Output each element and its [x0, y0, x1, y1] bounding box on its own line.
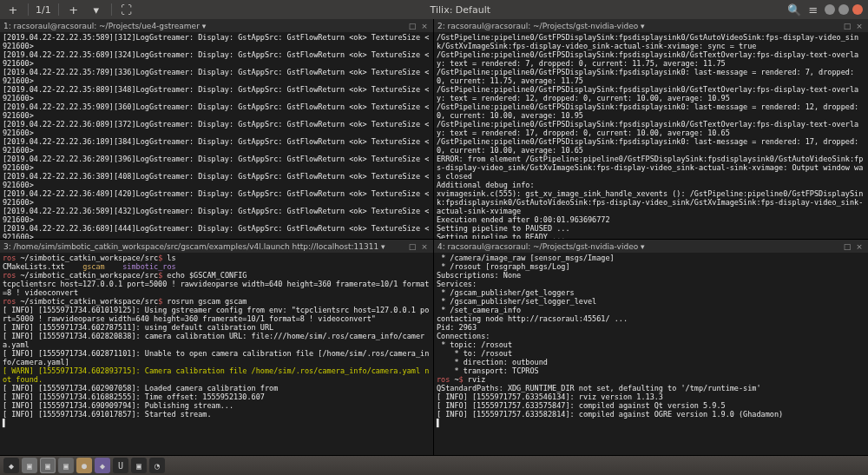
pane-close-icon[interactable]: × — [854, 241, 865, 252]
add-terminal-button[interactable]: + — [66, 2, 82, 17]
dock-terminal-icon[interactable]: ▣ — [40, 458, 56, 473]
terminal-line: [ INFO] [1555971757.633582814]: compiled… — [437, 410, 865, 419]
window-title: Tilix: Default — [135, 4, 786, 16]
terminal-grid: 1: racsoraul@racsoraul: ~/Projects/ue4-g… — [0, 19, 868, 456]
dock-code-icon[interactable]: ◆ — [95, 458, 110, 473]
terminal-line: [ INFO] [1555971734.602907058]: Loaded c… — [3, 384, 431, 393]
pane-maximize-icon[interactable]: □ — [842, 21, 852, 31]
terminal-line: [2019.04.22-22.22.36:589][432]LogGstream… — [3, 207, 431, 224]
terminal-line: CMakeLists.txt gscam simbotic_ros — [3, 262, 431, 271]
terminal-line: [2019.04.22-22.22.35:789][336]LogGstream… — [3, 68, 431, 85]
terminal-line: ros ~/simbotic_catkin_workspace/src$ ls — [3, 254, 431, 262]
session-counter: 1/1 — [36, 4, 51, 16]
terminal-line: [ INFO] [1555971734.690909794]: Publishi… — [3, 401, 431, 410]
fullscreen-icon[interactable]: ⛶ — [119, 2, 135, 17]
pane-3-header[interactable]: 3: /home/sim/simbotic_catkin_workspace/s… — [0, 240, 433, 253]
pane-maximize-icon[interactable]: □ — [407, 241, 418, 252]
terminal-line: * /set_camera_info — [437, 306, 865, 314]
terminal-line: [ INFO] [1555971734.616882555]: Time off… — [3, 393, 431, 401]
pane-2-header[interactable]: 2: racsoraul@racsoraul: ~/Projects/gst-n… — [434, 19, 868, 32]
pane-close-icon[interactable]: × — [419, 21, 430, 31]
terminal-line: ERROR: from element /GstPipeline:pipelin… — [437, 155, 865, 181]
pane-4[interactable]: 4: racsoraul@racsoraul: ~/Projects/gst-n… — [434, 240, 868, 456]
pane-2[interactable]: 2: racsoraul@racsoraul: ~/Projects/gst-n… — [434, 19, 868, 240]
terminal-line: * /rosout [rosgraph_msgs/Log] — [437, 262, 865, 271]
terminal-line: [2019.04.22-22.22.36:489][420]LogGstream… — [3, 189, 431, 207]
terminal-line: Subscriptions: None — [437, 271, 865, 280]
terminal-line: /GstPipeline:pipeline0/GstFPSDisplaySink… — [437, 68, 865, 85]
terminal-line: contacting node http://racsoraul:45561/ … — [437, 314, 865, 323]
terminal-line: * to: /rosout — [437, 349, 865, 358]
pane-4-terminal[interactable]: * /camera/image_raw [sensor_msgs/Image] … — [434, 253, 868, 455]
pane-close-icon[interactable]: × — [854, 21, 865, 31]
window-minimize-button[interactable] — [825, 4, 835, 15]
terminal-line: * /gscam_publisher/set_logger_level — [437, 297, 865, 306]
terminal-line: tcpclientsrc host=127.0.0.1 port=5000 ! … — [3, 280, 431, 297]
pane-1-terminal[interactable]: [2019.04.22-22.22.35:589][312]LogGstream… — [0, 32, 433, 239]
dock-app9-icon[interactable]: ◔ — [149, 458, 165, 473]
menu-icon[interactable]: ≡ — [806, 2, 821, 17]
dock-browser-icon[interactable]: ● — [76, 458, 92, 473]
dock-files-icon[interactable]: ▣ — [22, 458, 37, 473]
terminal-line: [2019.04.22-22.22.35:689][324]LogGstream… — [3, 50, 431, 68]
terminal-line: ▌ — [3, 419, 431, 427]
pane-maximize-icon[interactable]: □ — [407, 21, 418, 31]
terminal-line: [ INFO] [1555971734.602820838]: camera c… — [3, 332, 431, 349]
pane-1[interactable]: 1: racsoraul@racsoraul: ~/Projects/ue4-g… — [0, 19, 434, 240]
dock-apps-icon[interactable]: ◆ — [3, 458, 19, 473]
terminal-line: ▌ — [437, 419, 865, 427]
terminal-line: [ INFO] [1555971757.633575847]: compiled… — [437, 401, 865, 410]
terminal-line: * /gscam_publisher/get_loggers — [437, 288, 865, 297]
dock-app8-icon[interactable]: ▣ — [131, 458, 147, 473]
terminal-line: [2019.04.22-22.22.36:189][384]LogGstream… — [3, 137, 431, 155]
terminal-line: ros ~/simbotic_catkin_workspace/src$ ech… — [3, 271, 431, 280]
terminal-line: Connections: — [437, 332, 865, 340]
new-tab-button[interactable]: + — [5, 2, 21, 17]
window-close-button[interactable] — [852, 4, 863, 15]
terminal-line: QStandardPaths: XDG_RUNTIME_DIR not set,… — [437, 384, 865, 393]
terminal-line: * transport: TCPROS — [437, 366, 865, 375]
pane-1-title: 1: racsoraul@racsoraul: ~/Projects/ue4-g… — [3, 22, 206, 30]
dock-unreal-icon[interactable]: U — [113, 458, 128, 473]
terminal-line: /GstPipeline:pipeline0/GstFPSDisplaySink… — [437, 85, 865, 102]
terminal-line: /GstPipeline:pipeline0/GstFPSDisplaySink… — [437, 102, 865, 120]
terminal-line: [ INFO] [1555971734.602871101]: Unable t… — [3, 349, 431, 366]
terminal-line: * /camera/image_raw [sensor_msgs/Image] — [437, 254, 865, 262]
terminal-line: [ WARN] [1555971734.602893715]: Camera c… — [3, 366, 431, 384]
split-down-icon[interactable]: ▾ — [89, 2, 104, 17]
pane-2-terminal[interactable]: /GstPipeline:pipeline0/GstFPSDisplaySink… — [434, 32, 868, 239]
terminal-line: Additional debug info: — [437, 181, 865, 189]
terminal-line: Services: — [437, 280, 865, 288]
terminal-line: [2019.04.22-22.22.35:589][312]LogGstream… — [3, 33, 431, 50]
terminal-line: [2019.04.22-22.22.36:689][444]LogGstream… — [3, 224, 431, 239]
terminal-line: [2019.04.22-22.22.36:389][408]LogGstream… — [3, 172, 431, 189]
terminal-line: /GstPipeline:pipeline0/GstFPSDisplaySink… — [437, 137, 865, 155]
dock-terminal2-icon[interactable]: ▣ — [58, 458, 74, 473]
terminal-line: [2019.04.22-22.22.35:989][360]LogGstream… — [3, 102, 431, 120]
pane-2-title: 2: racsoraul@racsoraul: ~/Projects/gst-n… — [437, 22, 645, 30]
pane-maximize-icon[interactable]: □ — [842, 241, 852, 252]
terminal-line: ros ~/simbotic_catkin_workspace/src$ ros… — [3, 297, 431, 306]
pane-3[interactable]: 3: /home/sim/simbotic_catkin_workspace/s… — [0, 240, 434, 456]
terminal-line: [ INFO] [1555971734.602787511]: using de… — [3, 323, 431, 332]
terminal-line: Pid: 2963 — [437, 323, 865, 332]
terminal-line: xvimagesink.c(555): gst_xv_image_sink_ha… — [437, 189, 865, 215]
pane-3-terminal[interactable]: ros ~/simbotic_catkin_workspace/src$ lsC… — [0, 253, 433, 455]
terminal-line: [2019.04.22-22.22.36:289][396]LogGstream… — [3, 155, 431, 172]
pane-4-header[interactable]: 4: racsoraul@racsoraul: ~/Projects/gst-n… — [434, 240, 868, 253]
terminal-line: [ INFO] [1555971734.691017857]: Started … — [3, 410, 431, 419]
search-icon[interactable]: 🔍 — [786, 2, 802, 17]
window-maximize-button[interactable] — [838, 4, 849, 15]
pane-close-icon[interactable]: × — [419, 241, 430, 252]
pane-1-header[interactable]: 1: racsoraul@racsoraul: ~/Projects/ue4-g… — [0, 19, 433, 32]
terminal-line: Execution ended after 0:00:01.963696772 — [437, 215, 865, 224]
taskbar: ◆ ▣ ▣ ▣ ● ◆ U ▣ ◔ — [0, 456, 868, 475]
pane-3-title: 3: /home/sim/simbotic_catkin_workspace/s… — [3, 242, 385, 251]
terminal-line: * direction: outbound — [437, 358, 865, 366]
terminal-line: /GstPipeline:pipeline0/GstFPSDisplaySink… — [437, 120, 865, 137]
terminal-line: [ INFO] [1555971734.601019125]: Using gs… — [3, 306, 431, 323]
terminal-line: /GstPipeline:pipeline0/GstFPSDisplaySink… — [437, 50, 865, 68]
pane-4-title: 4: racsoraul@racsoraul: ~/Projects/gst-n… — [437, 242, 645, 251]
terminal-line: [ INFO] [1555971757.633546134]: rviz ver… — [437, 393, 865, 401]
terminal-line: [2019.04.22-22.22.35:889][348]LogGstream… — [3, 85, 431, 102]
